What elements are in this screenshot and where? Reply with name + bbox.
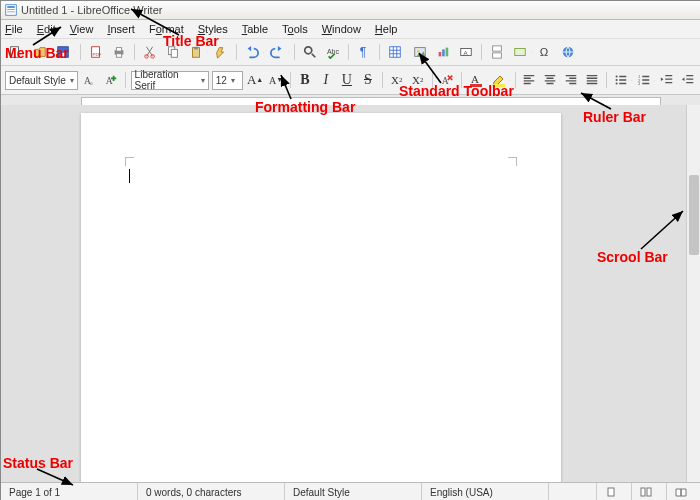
paragraph-style-combo[interactable]: Default Style▾ — [5, 71, 78, 90]
svg-text:A: A — [471, 73, 479, 85]
window-title: Untitled 1 - LibreOffice Writer — [21, 4, 162, 16]
menu-edit[interactable]: Edit — [37, 23, 56, 35]
menu-format[interactable]: Format — [149, 23, 184, 35]
svg-rect-30 — [493, 53, 502, 58]
standard-toolbar: ▾ ▾ PDF ▾ ▾ ▾ Abc ¶ ▾ A ▾ Ω — [1, 39, 700, 66]
svg-rect-29 — [493, 46, 502, 51]
copy-icon[interactable] — [163, 42, 183, 62]
svg-rect-26 — [446, 48, 449, 57]
bullet-list-icon[interactable] — [612, 70, 630, 90]
formatting-bar: Default Style▾ Aa A Liberation Serif▾ 12… — [1, 66, 700, 95]
view-book-icon[interactable] — [667, 483, 700, 500]
menu-view[interactable]: View — [70, 23, 94, 35]
svg-rect-15 — [171, 49, 177, 57]
grow-font-icon[interactable]: A▲ — [246, 70, 264, 90]
svg-rect-49 — [647, 488, 651, 496]
special-char-icon[interactable]: Ω — [535, 42, 555, 62]
pilcrow-icon[interactable]: ¶ — [354, 42, 374, 62]
highlight-icon[interactable] — [490, 70, 508, 90]
strike-button[interactable]: S — [359, 70, 377, 90]
save-icon[interactable] — [53, 42, 73, 62]
svg-point-43 — [616, 82, 618, 84]
insert-chart-icon[interactable] — [433, 42, 453, 62]
font-color-icon[interactable]: A — [467, 70, 485, 90]
svg-text:A: A — [105, 75, 112, 86]
svg-point-23 — [417, 50, 420, 53]
spellcheck-icon[interactable]: Abc — [323, 42, 343, 62]
scrollbar-thumb[interactable] — [689, 175, 699, 255]
font-size-combo[interactable]: 12▾ — [212, 71, 243, 90]
export-pdf-icon[interactable]: PDF — [86, 42, 106, 62]
view-multi-icon[interactable] — [632, 483, 667, 500]
new-style-icon[interactable]: A — [102, 70, 120, 90]
svg-rect-11 — [116, 54, 121, 58]
title-bar: Untitled 1 - LibreOffice Writer — [1, 1, 700, 20]
align-right-icon[interactable] — [562, 70, 580, 90]
insert-field-icon[interactable] — [510, 42, 530, 62]
svg-point-18 — [305, 47, 312, 54]
menu-help[interactable]: Help — [375, 23, 398, 35]
svg-rect-48 — [641, 488, 645, 496]
cut-icon[interactable] — [140, 42, 160, 62]
new-doc-icon[interactable] — [5, 42, 25, 62]
superscript-button[interactable]: X2 — [388, 70, 406, 90]
insert-image-icon[interactable] — [410, 42, 430, 62]
menu-styles[interactable]: Styles — [198, 23, 228, 35]
svg-rect-25 — [442, 49, 445, 56]
svg-rect-24 — [439, 52, 442, 56]
clear-format-icon[interactable]: A — [438, 70, 456, 90]
status-style[interactable]: Default Style — [285, 483, 422, 500]
italic-button[interactable]: I — [317, 70, 335, 90]
menu-tools[interactable]: Tools — [282, 23, 308, 35]
svg-rect-39 — [470, 84, 482, 87]
print-icon[interactable] — [109, 42, 129, 62]
decrease-indent-icon[interactable] — [679, 70, 697, 90]
svg-text:Ω: Ω — [540, 46, 549, 58]
status-bar: Page 1 of 1 0 words, 0 characters Defaul… — [1, 482, 700, 500]
find-icon[interactable] — [300, 42, 320, 62]
svg-rect-1 — [7, 6, 15, 8]
insert-table-icon[interactable] — [385, 42, 405, 62]
shrink-font-icon[interactable]: A▼ — [267, 70, 285, 90]
margin-corner-tl — [125, 157, 134, 166]
app-icon — [5, 4, 17, 16]
increase-indent-icon[interactable] — [658, 70, 676, 90]
vertical-scrollbar[interactable] — [686, 105, 700, 483]
editor-area — [1, 105, 687, 483]
status-language[interactable]: English (USA) — [422, 483, 549, 500]
view-single-icon[interactable] — [597, 483, 632, 500]
number-list-icon[interactable]: 123 — [635, 70, 653, 90]
status-page[interactable]: Page 1 of 1 — [1, 483, 138, 500]
page-break-icon[interactable] — [487, 42, 507, 62]
svg-rect-21 — [390, 47, 401, 58]
document-page[interactable] — [81, 113, 561, 483]
paste-icon[interactable] — [186, 42, 206, 62]
align-left-icon[interactable] — [520, 70, 538, 90]
align-center-icon[interactable] — [541, 70, 559, 90]
hyperlink-icon[interactable] — [558, 42, 578, 62]
menu-table[interactable]: Table — [242, 23, 268, 35]
align-justify-icon[interactable] — [583, 70, 601, 90]
open-icon[interactable] — [30, 42, 50, 62]
update-style-icon[interactable]: Aa — [81, 70, 99, 90]
svg-rect-3 — [7, 12, 15, 13]
status-words[interactable]: 0 words, 0 characters — [138, 483, 285, 500]
bold-button[interactable]: B — [296, 70, 314, 90]
clone-format-icon[interactable] — [211, 42, 231, 62]
menu-insert[interactable]: Insert — [107, 23, 135, 35]
menu-file[interactable]: File — [5, 23, 23, 35]
svg-rect-10 — [116, 48, 121, 52]
svg-rect-31 — [515, 49, 526, 56]
svg-text:3: 3 — [638, 81, 641, 86]
margin-corner-tr — [508, 157, 517, 166]
subscript-button[interactable]: X2 — [409, 70, 427, 90]
underline-button[interactable]: U — [338, 70, 356, 90]
svg-rect-47 — [608, 488, 614, 496]
undo-icon[interactable] — [242, 42, 262, 62]
menu-window[interactable]: Window — [322, 23, 361, 35]
font-name-combo[interactable]: Liberation Serif▾ — [131, 71, 209, 90]
svg-text:PDF: PDF — [93, 52, 102, 57]
svg-point-41 — [616, 75, 618, 77]
insert-textbox-icon[interactable]: A — [456, 42, 476, 62]
redo-icon[interactable] — [267, 42, 287, 62]
